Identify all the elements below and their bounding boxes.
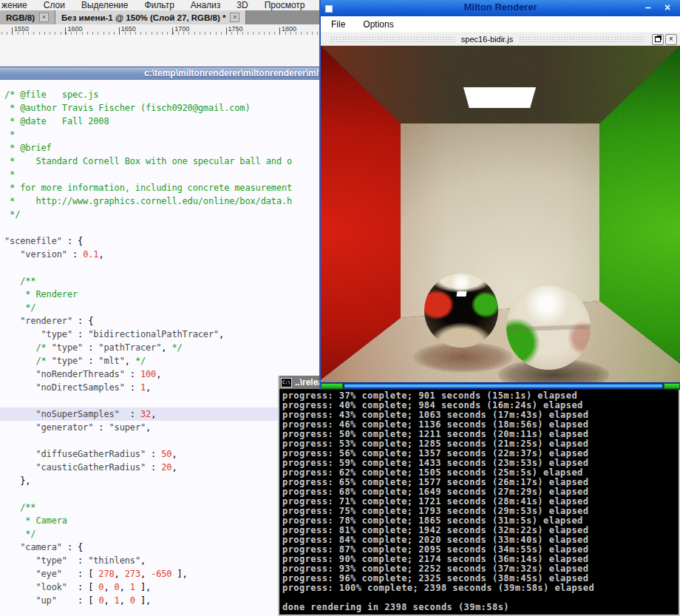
ruler-major-tick — [12, 27, 13, 35]
mdi-restore-button[interactable] — [652, 34, 664, 45]
glass-sphere — [506, 285, 591, 370]
console-line: progress: 100% complete; 2398 seconds (3… — [282, 583, 679, 593]
mdi-texture-right — [519, 36, 645, 43]
ps-menu-item-6[interactable]: Просмотр — [265, 0, 305, 10]
milton-window-title: Milton Renderer — [321, 1, 680, 13]
code-line — [4, 434, 325, 447]
code-line: /* "type" : "mlt", */ — [4, 354, 325, 368]
tab-close-icon[interactable]: × — [230, 13, 239, 22]
code-line: * Standard Cornell Box with one specular… — [4, 155, 325, 168]
ruler-tick-label: 1550 — [14, 25, 29, 33]
light-reflection — [457, 291, 467, 297]
code-line: * Renderer — [4, 288, 325, 301]
mirror-sphere — [424, 274, 498, 348]
code-line: "generator" : "super", — [4, 421, 325, 434]
render-viewport — [321, 46, 680, 382]
code-line: * Camera — [4, 514, 325, 527]
tab-label: RGB/8) — [6, 13, 35, 22]
ruler-tick-label: 1650 — [121, 25, 136, 33]
code-line: "type" : "thinlens", — [4, 554, 325, 567]
document-tab-active[interactable]: Без имени-1 @ 150% (Слой 27, RGB/8) * × — [55, 10, 246, 24]
code-line: /** — [4, 274, 325, 288]
code-area[interactable]: /* @file spec.js * @author Travis Fische… — [0, 80, 325, 616]
ruler-tick-label: 1700 — [174, 25, 189, 33]
code-line: "camera" : { — [4, 541, 325, 554]
code-line: * for more information, including concre… — [4, 181, 325, 194]
mdi-close-button[interactable]: × — [665, 34, 677, 45]
editor-title-bar[interactable]: c:\temp\miltonrenderer\miltonrenderer\ml… — [0, 67, 325, 81]
console-output: progress: 37% complete; 901 seconds (15m… — [279, 390, 679, 615]
code-line: * http://www.graphics.cornell.edu/online… — [4, 194, 325, 208]
ruler-major-tick — [65, 27, 66, 35]
code-line — [4, 394, 325, 407]
code-line: * @date Fall 2008 — [4, 115, 325, 128]
code-line: "renderer" : { — [4, 314, 325, 328]
milton-menu-item-options[interactable]: Options — [363, 19, 393, 30]
ps-menu-item-2[interactable]: Выделение — [81, 0, 129, 10]
code-line: "up" : [ 0, 1, 0 ], — [4, 594, 325, 607]
code-line: "eye" : [ 278, 273, -650 ], — [4, 567, 325, 581]
code-line: "noDirectSamples" : 1, — [4, 381, 325, 394]
console-line: done rendering in 2398 seconds (39m:58s) — [282, 603, 679, 612]
code-line: * — [4, 168, 325, 181]
code-line: * @author Travis Fischer (fisch0920@gmai… — [4, 101, 325, 115]
progress-track — [344, 383, 663, 389]
desktop: жениеСлоиВыделениеФильтрАнализ3DПросмотр… — [0, 0, 680, 616]
code-line: }, — [4, 474, 325, 487]
code-line: */ — [4, 208, 325, 221]
ps-menu-item-5[interactable]: 3D — [237, 0, 248, 10]
code-line: "diffuseGatherRadius" : 50, — [4, 447, 325, 461]
close-button[interactable]: × — [659, 0, 676, 15]
ps-menu-item-1[interactable]: Слои — [44, 0, 65, 10]
code-line — [4, 221, 325, 234]
ps-menu-item-3[interactable]: Фильтр — [145, 0, 174, 10]
editor-window: c:\temp\miltonrenderer\miltonrenderer\ml… — [0, 67, 325, 616]
code-line-current: "noSuperSamples" : 32, — [0, 407, 325, 421]
code-line — [4, 261, 325, 274]
code-line: */ — [4, 301, 325, 314]
ruler-major-tick — [119, 27, 120, 35]
mdi-title-bar[interactable]: spec16-bidir.js × — [321, 33, 680, 46]
ps-menu-item-4[interactable]: Анализ — [191, 0, 221, 10]
restore-icon — [655, 36, 661, 42]
code-line: "scenefile" : { — [4, 234, 325, 248]
ruler-tick-label: 1600 — [67, 25, 82, 33]
code-line: */ — [4, 527, 325, 541]
code-line: "type" : "bidirectionalPathTracer", — [4, 328, 325, 341]
code-line: /** — [4, 501, 325, 514]
ruler-tick-label: 1750 — [228, 25, 243, 33]
area-light — [463, 87, 536, 108]
ruler-major-tick — [279, 27, 280, 35]
render-progress-bar — [321, 382, 680, 390]
milton-renderer-window: Milton Renderer – × FileOptions spec16-b… — [319, 0, 680, 390]
ps-menu-item-0[interactable]: жение — [1, 0, 27, 10]
code-line: * @brief — [4, 141, 325, 155]
document-tab-partial[interactable]: RGB/8) × — [0, 10, 55, 24]
milton-title-bar[interactable]: Milton Renderer – × — [321, 0, 680, 16]
milton-menu-bar: FileOptions — [321, 16, 680, 33]
tab-label: Без имени-1 @ 150% (Слой 27, RGB/8) * — [61, 13, 225, 22]
code-line — [4, 487, 325, 501]
progress-green-right — [664, 383, 680, 389]
ruler-tick-label: 1800 — [282, 25, 296, 33]
console-window: C:\ ..\relea progress: 37% complete; 901… — [278, 376, 680, 616]
progress-green-left — [321, 383, 343, 389]
milton-menu-item-file[interactable]: File — [331, 19, 345, 30]
mdi-doc-title: spec16-bidir.js — [461, 35, 513, 44]
code-line: * — [4, 128, 325, 141]
code-line: /* "type" : "pathTracer", */ — [4, 341, 325, 354]
code-line: "version" : 0.1, — [4, 248, 325, 261]
code-line: /* @file spec.js — [4, 88, 325, 101]
code-line: "noRenderThreads" : 100, — [4, 368, 325, 381]
ruler-major-tick — [172, 27, 173, 35]
console-icon: C:\ — [281, 378, 292, 387]
ruler-major-tick — [226, 27, 227, 35]
code-line: "causticGatherRadius" : 20, — [4, 461, 325, 474]
tab-close-icon[interactable]: × — [39, 13, 49, 22]
mdi-texture-left — [330, 36, 455, 43]
minimize-button[interactable]: – — [640, 0, 656, 15]
code-line: "look" : [ 0, 0, 1 ], — [4, 581, 325, 594]
